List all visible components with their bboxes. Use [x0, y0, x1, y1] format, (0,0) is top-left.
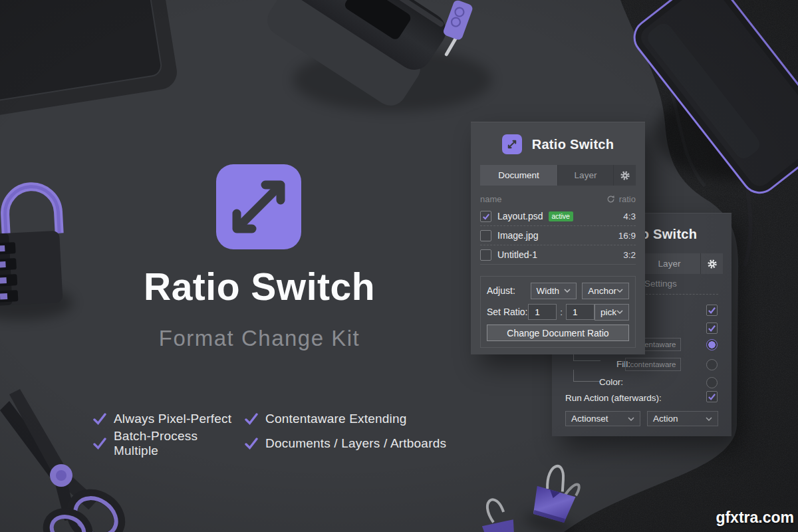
binder-clip-photo-2	[477, 496, 517, 532]
check-icon	[708, 306, 716, 315]
chevron-down-icon	[564, 289, 571, 293]
check-icon	[93, 412, 106, 426]
hero-title: Ratio Switch	[60, 265, 459, 309]
check-icon	[93, 437, 106, 450]
stage: Ratio Switch Format Change Kit Always Pi…	[0, 0, 798, 532]
run-action-checkbox[interactable]	[706, 391, 718, 402]
tab-layer[interactable]: Layer	[638, 253, 700, 274]
pick-ratio-dropdown[interactable]: pick	[595, 304, 629, 321]
pick-value: pick	[600, 307, 616, 317]
adjust-row: Adjust: Width Anchor	[487, 282, 629, 299]
tab-bar: Document Layer	[480, 165, 636, 186]
tab-layer[interactable]: Layer	[557, 165, 613, 186]
feature-label: Documents / Layers / Artboards	[265, 436, 446, 451]
settings-section-label: Settings	[644, 279, 677, 289]
ratio-width-input[interactable]	[528, 304, 557, 320]
ratio-switch-panel-front: Ratio Switch Document Layer name	[471, 122, 645, 354]
document-ratio: 16:9	[618, 231, 636, 241]
panel-header: Ratio Switch	[471, 122, 645, 157]
document-ratio: 4:3	[623, 211, 636, 221]
color-label: Color:	[579, 377, 623, 387]
feature-item: Contentaware Extending	[245, 406, 446, 431]
hero-subtitle: Format Change Kit	[60, 326, 459, 351]
action-dropdown[interactable]: Action	[647, 411, 718, 426]
ratio-switch-logo-icon	[502, 134, 522, 154]
feature-item: Documents / Layers / Artboards	[245, 431, 446, 456]
adjust-label: Adjust:	[487, 285, 531, 296]
refresh-icon[interactable]	[606, 195, 615, 203]
expand-icon	[216, 164, 301, 249]
check-icon	[708, 324, 716, 332]
check-icon	[482, 213, 490, 220]
chevron-down-icon	[616, 310, 623, 314]
check-icon	[245, 412, 258, 426]
adjust-dimension-dropdown[interactable]: Width	[531, 283, 577, 299]
ratio-switch-logo	[216, 164, 301, 249]
adjust-dimension-value: Width	[537, 286, 560, 296]
color-radio[interactable]	[706, 377, 718, 388]
chevron-down-icon	[628, 417, 634, 421]
feature-label: Always Pixel-Perfect	[114, 412, 231, 426]
chevron-down-icon	[706, 417, 712, 421]
feature-list: Always Pixel-Perfect Contentaware Extend…	[93, 406, 446, 456]
feature-label: Batch-Process Multiple	[114, 429, 245, 458]
document-row: Image.jpg 16:9	[480, 225, 636, 245]
column-name: name	[480, 194, 502, 204]
ratio-height-input[interactable]	[566, 304, 595, 320]
fill-radio[interactable]	[706, 359, 718, 370]
anchor-dropdown[interactable]: Anchor	[582, 283, 629, 299]
controls-group: Adjust: Width Anchor Set Ratio: : pick	[480, 276, 636, 348]
fill-contentaware-chip[interactable]: contentaware	[625, 358, 681, 371]
document-name: Layout.psd	[497, 211, 543, 221]
settings-gear-button[interactable]	[700, 253, 723, 274]
panel-title: Ratio Switch	[532, 137, 614, 152]
chevron-down-icon	[616, 289, 623, 293]
document-name: Untitled-1	[497, 249, 537, 260]
feature-item: Always Pixel-Perfect	[93, 406, 245, 431]
feature-item: Batch-Process Multiple	[93, 431, 245, 456]
run-action-label: Run Action (afterwards):	[565, 393, 662, 403]
set-ratio-row: Set Ratio: : pick	[487, 303, 629, 321]
row-checkbox[interactable]	[480, 230, 491, 241]
change-document-ratio-button[interactable]: Change Document Ratio	[487, 325, 629, 341]
expand-icon	[505, 138, 519, 151]
watermark: gfxtra.com	[716, 509, 794, 527]
extend-radio[interactable]	[706, 339, 718, 350]
document-row: Untitled-1 3:2	[480, 245, 636, 264]
action-value: Action	[653, 414, 678, 424]
check-icon	[245, 437, 258, 450]
tray-photo	[0, 0, 180, 124]
anchor-value: Anchor	[588, 286, 616, 296]
gear-icon	[707, 259, 718, 269]
row-checkbox-checked[interactable]	[480, 211, 491, 222]
ratio-separator: :	[560, 307, 563, 317]
check-icon	[708, 392, 716, 401]
feature-label: Contentaware Extending	[265, 412, 406, 426]
column-ratio: ratio	[619, 194, 636, 204]
row-checkbox[interactable]	[480, 249, 491, 261]
list-header: name ratio	[480, 191, 636, 207]
fill-label: Fill:	[579, 359, 630, 369]
actionset-value: Actionset	[571, 414, 608, 424]
gear-icon	[620, 170, 630, 181]
settings-gear-button[interactable]	[613, 165, 636, 186]
set-ratio-label: Set Ratio:	[487, 307, 528, 317]
document-list: name ratio Layout.psd active 4:3	[480, 191, 636, 265]
layer-option-checkbox[interactable]	[706, 323, 718, 334]
document-name: Image.jpg	[497, 230, 538, 241]
active-badge: active	[549, 211, 573, 221]
actionset-dropdown[interactable]: Actionset	[565, 411, 640, 426]
document-row: Layout.psd active 4:3	[480, 207, 636, 225]
layer-option-checkbox[interactable]	[706, 305, 718, 316]
tab-document[interactable]: Document	[480, 165, 557, 186]
document-ratio: 3:2	[623, 250, 636, 260]
